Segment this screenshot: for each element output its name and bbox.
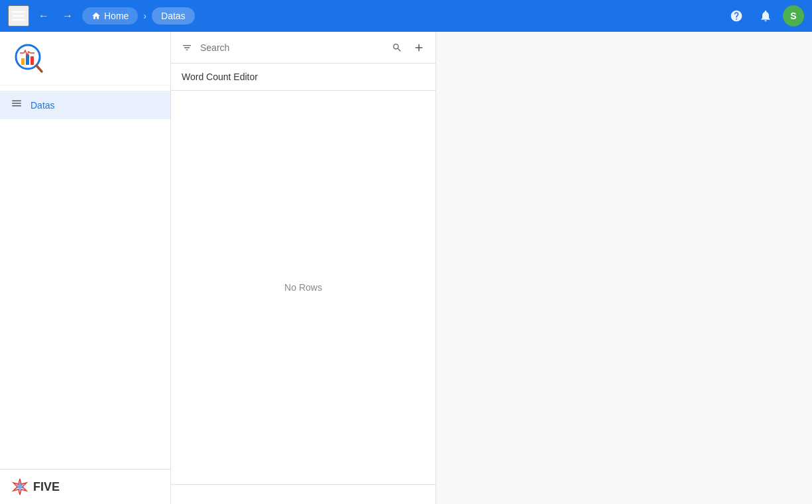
avatar-letter: S: [790, 11, 796, 21]
notifications-button[interactable]: [754, 7, 778, 25]
datas-breadcrumb-button[interactable]: Datas: [152, 7, 195, 25]
five-logo: FIVE: [11, 478, 160, 496]
svg-line-7: [36, 66, 42, 72]
five-logo-text: FIVE: [33, 480, 60, 494]
sidebar-logo-area: [0, 32, 170, 85]
sidebar-footer: FIVE: [0, 469, 170, 504]
back-button[interactable]: ←: [34, 7, 53, 25]
menu-icon-button[interactable]: [8, 5, 29, 26]
search-input-container: [200, 42, 384, 53]
data-panel-toolbar: [171, 32, 435, 64]
data-panel-header: Word Count Editor: [171, 64, 435, 91]
app-logo: [11, 40, 48, 77]
right-content-area: [436, 32, 812, 504]
home-label: Home: [104, 11, 129, 21]
sidebar-item-datas-icon: [11, 97, 23, 113]
svg-rect-1: [12, 15, 25, 17]
search-button[interactable]: [389, 40, 405, 56]
data-panel-bottom-border: [171, 484, 435, 504]
forward-button[interactable]: →: [58, 7, 77, 25]
breadcrumb-chevron: ›: [143, 11, 146, 21]
sidebar-item-datas[interactable]: Datas: [0, 91, 170, 119]
search-input[interactable]: [200, 42, 384, 53]
five-logo-icon: [11, 478, 29, 496]
svg-rect-2: [12, 19, 25, 21]
no-rows-label: No Rows: [284, 282, 322, 293]
sidebar-nav: Datas: [0, 85, 170, 125]
data-panel: Word Count Editor No Rows: [171, 32, 436, 504]
help-button[interactable]: [725, 7, 748, 25]
data-panel-body: No Rows: [171, 91, 435, 484]
topbar: ← → Home › Datas S: [0, 0, 812, 32]
sidebar: Datas FIVE: [0, 32, 171, 504]
svg-rect-0: [12, 11, 25, 13]
header-title: Word Count Editor: [182, 72, 258, 82]
add-button[interactable]: [410, 39, 428, 56]
user-avatar[interactable]: S: [783, 5, 804, 26]
sidebar-item-datas-label: Datas: [30, 100, 55, 111]
filter-button[interactable]: [179, 40, 195, 56]
datas-breadcrumb-label: Datas: [161, 11, 186, 21]
svg-rect-6: [30, 56, 34, 65]
main-layout: Datas FIVE: [0, 32, 812, 504]
home-button[interactable]: Home: [82, 7, 138, 25]
svg-rect-4: [21, 58, 25, 65]
